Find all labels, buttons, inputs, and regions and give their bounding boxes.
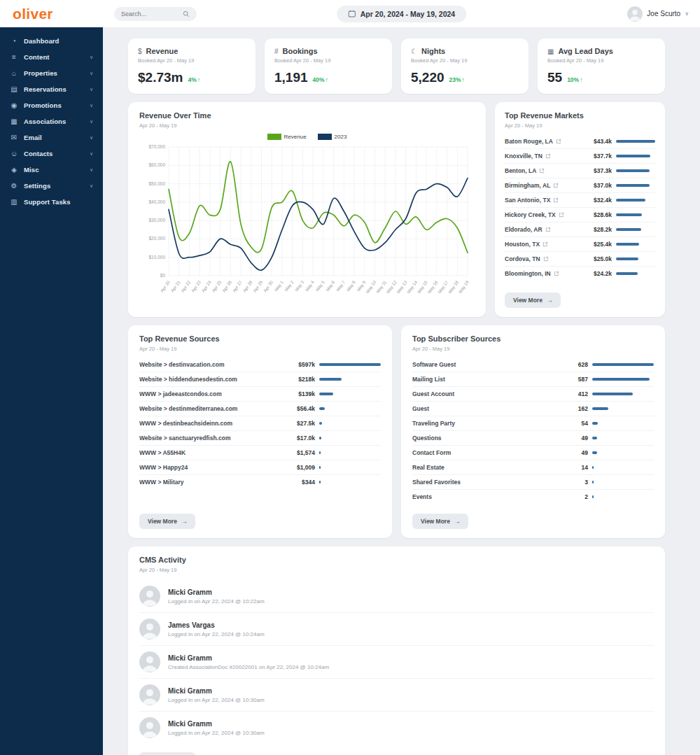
sidebar-item-dashboard[interactable]: ◔ Dashboard <box>0 33 103 49</box>
card-subtitle: Apr 20 - May 19 <box>412 346 654 352</box>
value-bar-track <box>319 481 381 484</box>
value-bar-track <box>616 257 655 260</box>
market-row: Hickory Creek, TX $28.6k <box>505 208 655 223</box>
external-link-icon[interactable] <box>556 139 561 144</box>
search-box[interactable] <box>114 7 197 21</box>
sidebar-item-promotions[interactable]: ◉ Promotions ∨ <box>0 97 103 113</box>
subscriber-source-name: Guest <box>412 405 429 412</box>
market-name: Birmingham, AL <box>505 182 550 189</box>
svg-text:Apr 23: Apr 23 <box>190 279 202 293</box>
market-name: Cordova, TN <box>505 255 540 262</box>
market-name: Benton, LA <box>505 167 536 174</box>
sidebar-item-label: Dashboard <box>24 37 93 45</box>
search-input[interactable] <box>121 10 180 17</box>
value-bar-track <box>592 393 654 395</box>
svg-text:$70,000: $70,000 <box>149 144 166 149</box>
svg-text:Apr 28: Apr 28 <box>241 279 253 293</box>
subscriber-count: 54 <box>554 420 588 427</box>
value-bar <box>319 437 321 439</box>
kpi-delta-value: 4% <box>188 76 196 83</box>
svg-text:Apr 29: Apr 29 <box>252 279 264 293</box>
external-link-icon[interactable] <box>542 241 548 247</box>
subscriber-count: 628 <box>554 361 588 368</box>
value-bar <box>592 407 608 410</box>
sidebar-item-properties[interactable]: ⌂ Properties ∨ <box>0 65 103 81</box>
value-bar <box>319 363 381 366</box>
kpi-card-revenue: $ Revenue Booked Apr 20 - May 19 $2.73m … <box>128 38 255 94</box>
sidebar-item-label: Associations <box>24 118 84 125</box>
subscriber-row: Real Estate 14 <box>412 460 654 475</box>
view-more-button[interactable]: View More → <box>505 292 561 308</box>
sidebar-item-associations[interactable]: ▦ Associations ∨ <box>0 113 103 129</box>
value-bar-track <box>319 407 381 410</box>
value-bar <box>616 213 642 216</box>
external-link-icon[interactable] <box>554 271 559 276</box>
source-value: $17.0k <box>281 435 315 442</box>
sidebar-item-misc[interactable]: ◈ Misc ∨ <box>0 162 103 178</box>
card-subtitle: Apr 20 - May 19 <box>139 567 654 573</box>
sidebar-item-settings[interactable]: ⚙ Settings ∨ <box>0 178 103 194</box>
date-range-button[interactable]: Apr 20, 2024 - May 19, 2024 <box>337 6 466 22</box>
sidebar-item-label: Support Tasks <box>24 198 93 206</box>
user-menu[interactable]: Joe Scurto ∨ <box>627 6 689 22</box>
subscriber-source-name: Events <box>412 493 432 500</box>
external-link-icon[interactable] <box>553 183 559 188</box>
brand-logo-text: oliver <box>13 6 53 22</box>
sidebar-item-email[interactable]: ✉ Email ∨ <box>0 129 103 146</box>
subscriber-count: 587 <box>554 376 588 383</box>
view-more-button[interactable]: View More → <box>139 514 195 529</box>
kpi-delta-badge: 23% ↑ <box>449 76 465 83</box>
calendar-icon: ▦ <box>547 48 554 55</box>
value-bar-track <box>319 437 381 439</box>
sidebar-item-contacts[interactable]: ☺ Contacts ∨ <box>0 146 103 162</box>
sidebar-item-label: Reservations <box>24 85 84 93</box>
chevron-down-icon: ∨ <box>90 167 93 173</box>
market-name: Bloomington, IN <box>505 270 551 277</box>
revenue-over-time-card: Revenue Over Time Apr 20 - May 19 Revenu… <box>128 102 486 317</box>
external-link-icon[interactable] <box>545 153 551 159</box>
sidebar-item-content[interactable]: ≡ Content ∨ <box>0 49 103 65</box>
value-bar <box>319 378 342 381</box>
source-value: $139k <box>281 390 315 397</box>
value-bar-track <box>592 466 654 469</box>
sidebar-item-reservations[interactable]: ▤ Reservations ∨ <box>0 81 103 97</box>
source-name: Website > destinvacation.com <box>139 361 224 368</box>
external-link-icon[interactable] <box>539 168 545 174</box>
chart-legend: Revenue 2023 <box>139 134 475 140</box>
legend-label: Revenue <box>284 134 307 140</box>
sidebar-item-support-tasks[interactable]: ▥ Support Tasks <box>0 194 103 210</box>
value-bar-track <box>592 363 654 366</box>
subscriber-count: 412 <box>554 390 588 397</box>
external-link-icon[interactable] <box>553 197 559 203</box>
external-link-icon[interactable] <box>545 227 551 232</box>
sidebar: ◔ Dashboard ≡ Content ∨ ⌂ Properties ∨ <box>0 27 103 755</box>
moon-icon: ☾ <box>411 48 417 55</box>
person-icon <box>139 717 160 738</box>
external-link-icon[interactable] <box>543 256 549 262</box>
value-bar <box>616 169 650 172</box>
kpi-card-bookings: # Bookings Booked Apr 20 - May 19 1,191 … <box>265 38 392 94</box>
brand-logo[interactable]: oliver <box>0 0 103 27</box>
view-more-button[interactable]: View More → <box>412 514 468 529</box>
subscriber-count: 3 <box>554 479 588 486</box>
value-bar-track <box>319 393 381 395</box>
subscriber-source-name: Real Estate <box>412 464 444 471</box>
main-content: $ Revenue Booked Apr 20 - May 19 $2.73m … <box>103 27 700 755</box>
external-link-icon[interactable] <box>559 212 564 218</box>
svg-text:May 6: May 6 <box>325 279 337 292</box>
value-bar <box>319 466 321 469</box>
subscriber-source-name: Mailing List <box>412 376 445 383</box>
kpi-delta-value: 10% <box>567 76 579 83</box>
activity-user-name: Micki Gramm <box>168 588 265 596</box>
subscriber-row: Guest 162 <box>412 402 654 416</box>
top-subscriber-sources-list: Software Guest 628 Mailing List 587 <box>412 358 654 504</box>
value-bar-track <box>616 272 655 275</box>
source-row: WWW > destinbeachsideinn.com $27.5k <box>139 416 381 431</box>
svg-text:Apr 25: Apr 25 <box>211 279 223 293</box>
activity-row: Micki Gramm Logged in on Apr 22, 2024 @ … <box>139 580 654 613</box>
value-bar <box>616 184 650 187</box>
view-more-button[interactable]: View More → <box>139 752 195 755</box>
market-value: $25.4k <box>587 241 612 248</box>
row-revenue: Revenue Over Time Apr 20 - May 19 Revenu… <box>128 102 665 317</box>
value-bar <box>592 422 598 425</box>
